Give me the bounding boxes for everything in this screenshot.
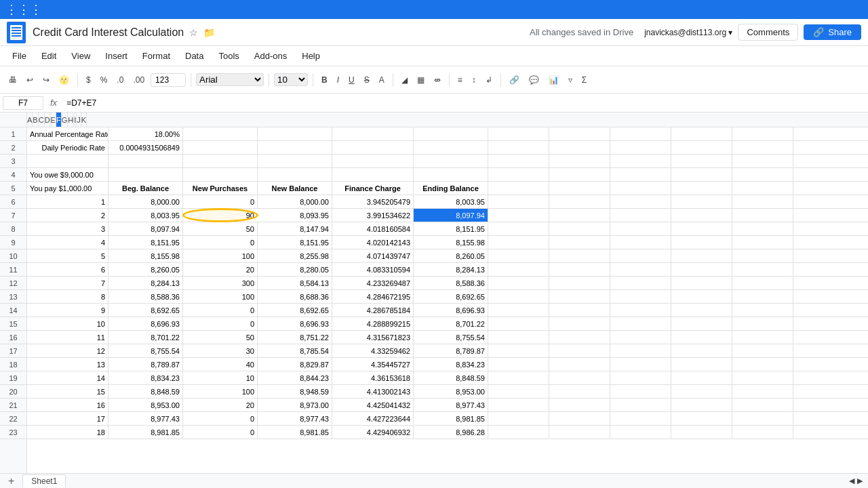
cell-k16[interactable] [732,331,793,344]
cell-a16[interactable]: 11 [27,331,108,344]
cell-k14[interactable] [732,304,793,317]
cell-c2[interactable] [183,141,258,154]
cell-e16[interactable]: 4.315671823 [332,331,414,344]
row-num-1[interactable]: 1 [0,127,26,141]
cell-f20[interactable]: 8,953.00 [414,385,488,398]
cell-g14[interactable] [488,304,549,317]
cell-e17[interactable]: 4.33259462 [332,344,414,357]
cell-h21[interactable] [549,399,610,411]
cell-c7[interactable]: 90 [183,209,258,222]
cell-a4[interactable]: You owe $9,000.00 [27,168,108,181]
cell-h11[interactable] [549,263,610,276]
cell-h14[interactable] [549,304,610,317]
print-button[interactable]: 🖶 [5,73,20,87]
cell-f17[interactable]: 8,789.87 [414,344,488,357]
cell-j16[interactable] [671,331,732,344]
cell-h10[interactable] [549,249,610,262]
cell-a8[interactable]: 3 [27,222,108,235]
cell-j9[interactable] [671,236,732,249]
cell-c11[interactable]: 20 [183,263,258,276]
cell-f6[interactable]: 8,003.95 [414,195,488,208]
cell-a3[interactable] [27,155,108,167]
cell-j13[interactable] [671,290,732,303]
undo-button[interactable]: ↩ [23,73,37,87]
cell-a18[interactable]: 13 [27,358,108,371]
cell-j4[interactable] [671,168,732,181]
cell-f8[interactable]: 8,151.95 [414,222,488,235]
cell-d13[interactable]: 8,688.36 [258,290,332,303]
cell-i21[interactable] [610,399,671,411]
cell-i1[interactable] [610,127,671,140]
decimal-decrease-button[interactable]: .0 [113,73,127,87]
scroll-right-icon[interactable]: ▶ [857,476,863,485]
filter-button[interactable]: ▿ [565,73,576,87]
text-color-button[interactable]: A [376,73,388,87]
font-select[interactable]: Arial [196,73,264,86]
cell-j10[interactable] [671,249,732,262]
cell-j14[interactable] [671,304,732,317]
zoom-input[interactable] [151,73,186,87]
cell-k17[interactable] [732,344,793,357]
cell-c4[interactable] [183,168,258,181]
fill-color-button[interactable]: ◢ [398,73,411,87]
cell-j20[interactable] [671,385,732,398]
cell-k2[interactable] [732,141,793,154]
cell-d18[interactable]: 8,829.87 [258,358,332,371]
cell-f1[interactable] [414,127,488,140]
cell-f7[interactable]: 8,097.94 [414,209,488,222]
cell-g1[interactable] [488,127,549,140]
cell-e14[interactable]: 4.286785184 [332,304,414,317]
cell-c23[interactable]: 0 [183,426,258,439]
cell-j18[interactable] [671,358,732,371]
comments-button[interactable]: Comments [738,24,798,41]
cell-c20[interactable]: 100 [183,385,258,398]
cell-b23[interactable]: 8,981.85 [108,426,183,439]
valign-button[interactable]: ↕ [469,73,479,87]
cell-f16[interactable]: 8,755.54 [414,331,488,344]
cell-b21[interactable]: 8,953.00 [108,399,183,411]
cell-e13[interactable]: 4.284672195 [332,290,414,303]
cell-f5[interactable]: Ending Balance [414,182,488,195]
cell-j12[interactable] [671,277,732,289]
cell-g13[interactable] [488,290,549,303]
cell-b19[interactable]: 8,834.23 [108,371,183,384]
cell-d16[interactable]: 8,751.22 [258,331,332,344]
menu-format[interactable]: Format [136,48,177,64]
borders-button[interactable]: ▦ [414,73,428,87]
cell-h12[interactable] [549,277,610,289]
add-sheet-button[interactable]: + [5,475,17,487]
cell-g20[interactable] [488,385,549,398]
cell-k1[interactable] [732,127,793,140]
cell-h15[interactable] [549,317,610,330]
cell-b17[interactable]: 8,755.54 [108,344,183,357]
cell-i20[interactable] [610,385,671,398]
menu-view[interactable]: View [64,48,97,64]
cell-e6[interactable]: 3.945205479 [332,195,414,208]
cell-b7[interactable]: 8,003.95 [108,209,183,222]
cell-a5[interactable]: You pay $1,000.00 [27,182,108,195]
menu-data[interactable]: Data [178,48,210,64]
cell-i19[interactable] [610,371,671,384]
cell-e3[interactable] [332,155,414,167]
row-num-6[interactable]: 6 [0,195,26,209]
row-num-5[interactable]: 5 [0,182,26,195]
cell-e18[interactable]: 4.35445727 [332,358,414,371]
star-icon[interactable]: ☆ [189,27,198,38]
cell-j7[interactable] [671,209,732,222]
cell-c5[interactable]: New Purchases [183,182,258,195]
cell-c1[interactable] [183,127,258,140]
cell-f3[interactable] [414,155,488,167]
col-header-k[interactable]: K [81,113,87,127]
cell-h4[interactable] [549,168,610,181]
cell-f19[interactable]: 8,848.59 [414,371,488,384]
strikethrough-button[interactable]: S [361,73,373,87]
cell-d9[interactable]: 8,151.95 [258,236,332,249]
cell-k19[interactable] [732,371,793,384]
cell-b10[interactable]: 8,155.98 [108,249,183,262]
cell-k15[interactable] [732,317,793,330]
cell-e11[interactable]: 4.083310594 [332,263,414,276]
cell-d8[interactable]: 8,147.94 [258,222,332,235]
sheet-tab[interactable]: Sheet1 [22,474,66,487]
cell-a9[interactable]: 4 [27,236,108,249]
cell-k6[interactable] [732,195,793,208]
